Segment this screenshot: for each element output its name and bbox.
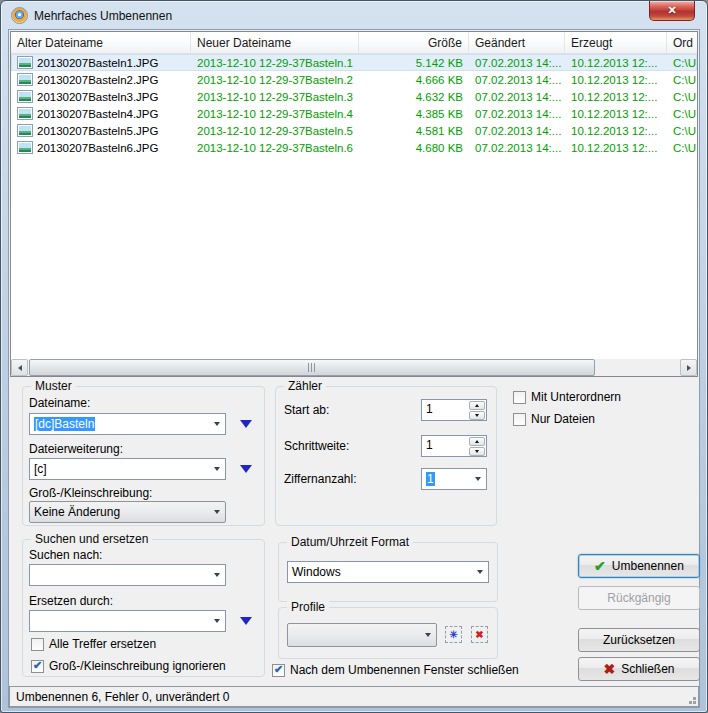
new-profile-button[interactable]: ✳: [445, 626, 462, 643]
cell-created: 10.12.2013 12:...: [565, 91, 667, 103]
ziffernanzahl-combo[interactable]: 1: [421, 468, 487, 490]
spin-down-button[interactable]: [469, 447, 485, 456]
cell-new: 2013-12-10 12-29-37Basteln.6: [191, 142, 359, 154]
checkbox-label: Nur Dateien: [531, 412, 595, 426]
ersetzen-menu-arrow[interactable]: [240, 617, 252, 625]
cell-created: 10.12.2013 12:...: [565, 125, 667, 137]
schrittweite-value: 1: [422, 436, 469, 456]
cell-created: 10.12.2013 12:...: [565, 142, 667, 154]
cell-old: 20130207Basteln5.JPG: [11, 124, 191, 137]
zuruecksetzen-button[interactable]: Zurücksetzen: [578, 628, 700, 652]
column-header-new[interactable]: Neuer Dateiname: [191, 32, 359, 53]
dateiname-label: Dateiname:: [29, 396, 90, 410]
column-header-created[interactable]: Erzeugt: [565, 32, 667, 53]
dropdown-arrow-icon[interactable]: [209, 611, 225, 631]
checkbox-box[interactable]: [513, 391, 526, 404]
image-file-icon: [17, 73, 33, 86]
cell-size: 4.632 KB: [359, 91, 469, 103]
cell-new: 2013-12-10 12-29-37Basteln.2: [191, 74, 359, 86]
schrittweite-spinner[interactable]: 1: [421, 435, 487, 457]
rueckgaengig-button[interactable]: Rückgängig: [578, 586, 700, 610]
group-profile: Profile ✳ ✖: [278, 607, 498, 659]
spin-up-button[interactable]: [469, 401, 485, 410]
group-muster-title: Muster: [31, 379, 76, 393]
checkbox-ignore-case[interactable]: ✔ Groß-/Kleinschreibung ignorieren: [31, 659, 226, 673]
checkbox-nur-dateien[interactable]: Nur Dateien: [513, 412, 595, 426]
datum-format-combo[interactable]: Windows: [287, 561, 489, 583]
checkbox-mit-unterordnern[interactable]: Mit Unterordnern: [513, 390, 621, 404]
cell-old: 20130207Basteln6.JPG: [11, 141, 191, 154]
table-row[interactable]: 20130207Basteln1.JPG2013-12-10 12-29-37B…: [11, 54, 697, 71]
spin-down-button[interactable]: [469, 411, 485, 420]
cell-folder: C:\U: [667, 74, 697, 86]
group-zaehler: Zähler Start ab: 1 Schrittweite: 1 Ziffe…: [275, 386, 497, 526]
dropdown-arrow-icon: [209, 502, 225, 522]
table-row[interactable]: 20130207Basteln5.JPG2013-12-10 12-29-37B…: [11, 122, 697, 139]
delete-profile-button[interactable]: ✖: [471, 626, 488, 643]
dropdown-arrow-icon[interactable]: [209, 565, 225, 585]
checkbox-label: Mit Unterordnern: [531, 390, 621, 404]
dropdown-arrow-icon[interactable]: [209, 459, 225, 479]
ersetzen-durch-combo[interactable]: [29, 610, 226, 632]
status-bar: Umbenennen 6, Fehler 0, unverändert 0: [9, 686, 699, 707]
checkbox-box[interactable]: ✔: [272, 664, 285, 677]
column-header-old[interactable]: Alter Dateiname: [11, 32, 191, 53]
table-row[interactable]: 20130207Basteln4.JPG2013-12-10 12-29-37B…: [11, 105, 697, 122]
cell-new: 2013-12-10 12-29-37Basteln.1: [191, 57, 359, 69]
scroll-thumb[interactable]: [29, 359, 595, 376]
checkbox-box[interactable]: [31, 638, 44, 651]
dropdown-arrow-icon[interactable]: [472, 562, 488, 582]
close-button[interactable]: ✕: [649, 1, 695, 21]
dropdown-arrow-icon[interactable]: [209, 414, 225, 434]
cell-size: 4.680 KB: [359, 142, 469, 154]
dateierweiterung-menu-arrow[interactable]: [240, 465, 252, 473]
schliessen-button[interactable]: ✖ Schließen: [578, 657, 700, 681]
window: Mehrfaches Umbenennen ✕ Alter DateinameN…: [0, 0, 708, 713]
new-profile-icon: ✳: [449, 629, 457, 640]
profile-combo[interactable]: [287, 623, 437, 647]
spin-up-button[interactable]: [469, 437, 485, 446]
column-header-size[interactable]: Größe: [359, 32, 469, 53]
cell-old: 20130207Basteln4.JPG: [11, 107, 191, 120]
gross-klein-combo[interactable]: Keine Änderung: [29, 501, 226, 523]
cell-modified: 07.02.2013 14:...: [469, 108, 565, 120]
checkbox-alle-treffer[interactable]: Alle Treffer ersetzen: [31, 637, 156, 651]
close-icon: ✕: [667, 4, 676, 17]
group-suchen: Suchen und ersetzen Suchen nach: Ersetze…: [22, 539, 265, 677]
cell-folder: C:\U: [667, 125, 697, 137]
ziffernanzahl-label: Ziffernanzahl:: [284, 472, 357, 486]
delete-profile-icon: ✖: [475, 629, 483, 640]
cell-size: 5.142 KB: [359, 57, 469, 69]
scroll-left-button[interactable]: [11, 359, 28, 376]
scroll-right-button[interactable]: [680, 359, 697, 376]
status-text: Umbenennen 6, Fehler 0, unverändert 0: [16, 690, 229, 704]
file-list: Alter DateinameNeuer DateinameGrößeGeänd…: [10, 31, 698, 377]
cell-old: 20130207Basteln3.JPG: [11, 90, 191, 103]
table-row[interactable]: 20130207Basteln3.JPG2013-12-10 12-29-37B…: [11, 88, 697, 105]
dateierweiterung-combo[interactable]: [c]: [29, 458, 226, 480]
file-table-body: 20130207Basteln1.JPG2013-12-10 12-29-37B…: [11, 54, 697, 359]
checkbox-box[interactable]: [513, 413, 526, 426]
titlebar[interactable]: Mehrfaches Umbenennen ✕: [1, 1, 707, 30]
start-ab-spinner[interactable]: 1: [421, 399, 487, 421]
dateiname-combo[interactable]: [dc]Basteln: [29, 413, 226, 435]
column-header-folder[interactable]: Ord: [667, 32, 697, 53]
dropdown-arrow-icon[interactable]: [470, 469, 486, 489]
scroll-track[interactable]: [29, 359, 679, 376]
checkbox-box[interactable]: ✔: [31, 660, 44, 673]
cell-folder: C:\U: [667, 57, 697, 69]
suchen-nach-label: Suchen nach:: [29, 548, 102, 562]
table-row[interactable]: 20130207Basteln2.JPG2013-12-10 12-29-37B…: [11, 71, 697, 88]
umbenennen-button[interactable]: ✔ Umbenennen: [578, 554, 700, 578]
resize-grip[interactable]: [693, 701, 696, 704]
cell-size: 4.385 KB: [359, 108, 469, 120]
dateiname-menu-arrow[interactable]: [240, 420, 252, 428]
checkbox-close-after-rename[interactable]: ✔ Nach dem Umbenennen Fenster schließen: [272, 663, 519, 677]
suchen-nach-combo[interactable]: [29, 564, 226, 586]
image-file-icon: [17, 90, 33, 103]
thumb-grip-icon: [308, 363, 315, 372]
horizontal-scrollbar[interactable]: [11, 359, 697, 376]
table-row[interactable]: 20130207Basteln6.JPG2013-12-10 12-29-37B…: [11, 139, 697, 156]
cell-created: 10.12.2013 12:...: [565, 57, 667, 69]
column-header-modified[interactable]: Geändert: [469, 32, 565, 53]
